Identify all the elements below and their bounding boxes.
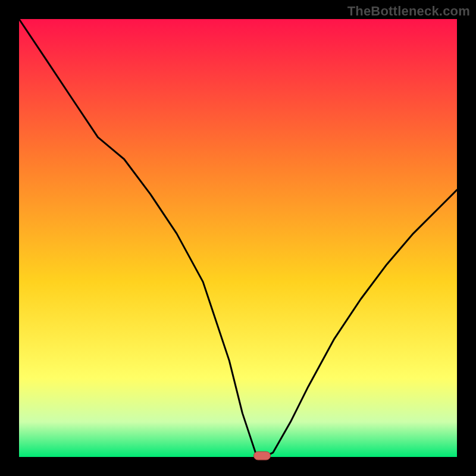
gradient-background [19, 19, 457, 457]
watermark-text: TheBottleneck.com [347, 4, 470, 19]
balanced-point-marker [254, 452, 271, 460]
chart-frame: TheBottleneck.com [0, 0, 476, 476]
bottleneck-chart [0, 0, 476, 476]
